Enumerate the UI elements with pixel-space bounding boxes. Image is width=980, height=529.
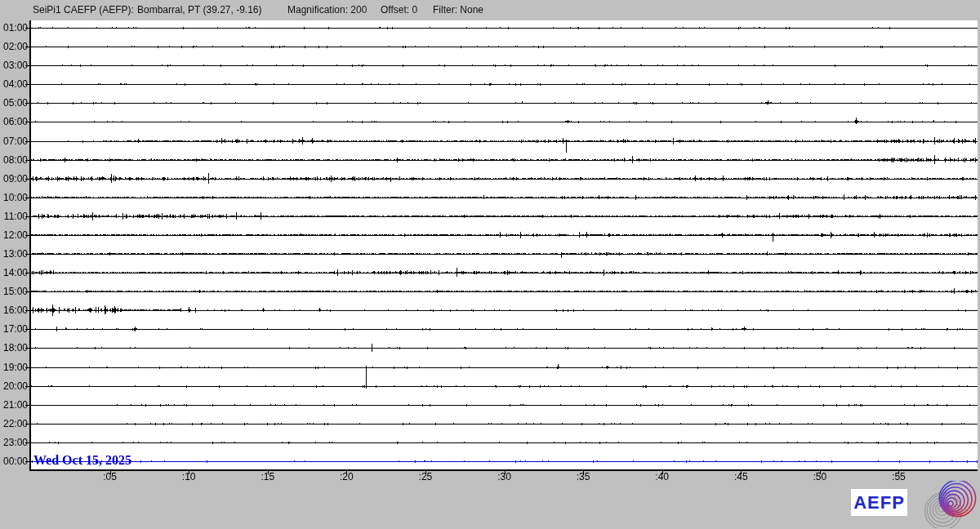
aefp-logo-text: AEFP xyxy=(853,492,905,513)
hour-label: 19:00 xyxy=(0,362,28,373)
hour-label: 18:00 xyxy=(0,342,28,353)
minute-label: :05 xyxy=(94,472,127,482)
hour-label: 08:00 xyxy=(0,154,28,166)
hour-label: 00:00 xyxy=(0,456,28,467)
hour-label: 03:00 xyxy=(0,60,28,71)
minute-label: :55 xyxy=(882,472,915,482)
hour-label: 09:00 xyxy=(0,173,28,184)
hour-label: 10:00 xyxy=(0,192,28,203)
hour-label: 13:00 xyxy=(0,248,28,260)
hour-label: 05:00 xyxy=(0,97,28,109)
offset-label: Offset: 0 xyxy=(381,4,417,16)
date-label: Wed Oct 15, 2025 xyxy=(33,453,131,468)
minute-label: :40 xyxy=(646,472,679,482)
hour-label: 23:00 xyxy=(0,437,28,448)
hour-label: 21:00 xyxy=(0,399,28,411)
minute-label: :15 xyxy=(252,472,284,482)
minute-label: :50 xyxy=(804,472,836,482)
hour-label: 06:00 xyxy=(0,116,28,127)
hour-label: 16:00 xyxy=(0,305,28,316)
filter-label: Filter: None xyxy=(433,4,483,16)
hour-label: 01:00 xyxy=(0,22,28,33)
hour-label: 17:00 xyxy=(0,323,28,335)
minute-label: :10 xyxy=(172,472,205,482)
hour-label: 22:00 xyxy=(0,418,28,429)
hour-label: 07:00 xyxy=(0,136,28,147)
magnification-label: Magnification: 200 xyxy=(287,4,367,16)
hour-label: 20:00 xyxy=(0,380,28,392)
minute-label: :45 xyxy=(724,472,757,482)
hour-label: 14:00 xyxy=(0,267,28,278)
minute-label: :20 xyxy=(330,472,363,482)
minute-label: :35 xyxy=(567,472,599,482)
seismic-ripple-logo-icon xyxy=(920,481,978,528)
seismogram-canvas xyxy=(0,0,980,529)
aefp-logo-box: AEFP xyxy=(851,489,907,516)
helicorder-app: SeiPi1 CAEFP (AEFP): Bombarral, PT (39.2… xyxy=(0,0,980,529)
hour-label: 11:00 xyxy=(0,211,28,222)
station-id-label: SeiPi1 CAEFP (AEFP): xyxy=(33,4,134,16)
station-location-label: Bombarral, PT (39.27, -9.16) xyxy=(137,4,262,16)
hour-label: 12:00 xyxy=(0,229,28,241)
minute-label: :25 xyxy=(409,472,442,482)
hour-label: 04:00 xyxy=(0,78,28,90)
hour-label: 02:00 xyxy=(0,41,28,52)
minute-label: :30 xyxy=(488,472,521,482)
hour-label: 15:00 xyxy=(0,286,28,297)
